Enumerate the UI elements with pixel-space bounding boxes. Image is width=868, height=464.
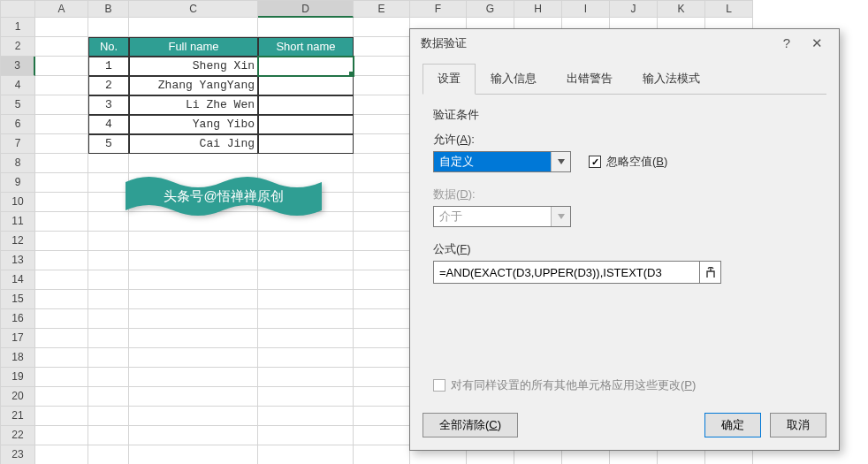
- row-header-7[interactable]: 7: [0, 134, 35, 154]
- cell-C5[interactable]: Li Zhe Wen: [129, 95, 258, 115]
- cell-B1[interactable]: [88, 18, 129, 37]
- cell-E20[interactable]: [354, 387, 410, 407]
- cell-A20[interactable]: [35, 387, 88, 407]
- col-header-J[interactable]: J: [610, 0, 658, 18]
- cell-C18[interactable]: [129, 348, 258, 368]
- cell-A7[interactable]: [35, 134, 88, 154]
- cell-C14[interactable]: [129, 270, 258, 290]
- cell-A21[interactable]: [35, 407, 88, 426]
- cell-C23[interactable]: [129, 445, 258, 464]
- row-header-8[interactable]: 8: [0, 154, 35, 173]
- cell-E12[interactable]: [354, 232, 410, 251]
- cell-A5[interactable]: [35, 95, 88, 115]
- col-header-B[interactable]: B: [88, 0, 129, 18]
- cell-E19[interactable]: [354, 368, 410, 387]
- close-icon[interactable]: ✕: [802, 29, 832, 57]
- cell-C16[interactable]: [129, 309, 258, 329]
- cell-B21[interactable]: [88, 407, 129, 426]
- cell-A6[interactable]: [35, 115, 88, 134]
- formula-input[interactable]: [433, 261, 700, 284]
- cell-E17[interactable]: [354, 329, 410, 348]
- row-header-6[interactable]: 6: [0, 115, 35, 134]
- cell-C8[interactable]: [129, 154, 258, 173]
- help-icon[interactable]: ?: [772, 29, 802, 57]
- cell-B4[interactable]: 2: [88, 76, 129, 95]
- col-header-A[interactable]: A: [35, 0, 88, 18]
- row-header-1[interactable]: 1: [0, 18, 35, 37]
- row-header-22[interactable]: 22: [0, 426, 35, 445]
- cell-A23[interactable]: [35, 445, 88, 464]
- cell-D1[interactable]: [258, 18, 354, 37]
- cell-C7[interactable]: Cai Jing: [129, 134, 258, 154]
- cell-A12[interactable]: [35, 232, 88, 251]
- row-header-18[interactable]: 18: [0, 348, 35, 368]
- cell-D6[interactable]: [258, 115, 354, 134]
- cell-D2[interactable]: Short name: [258, 37, 354, 57]
- row-header-19[interactable]: 19: [0, 368, 35, 387]
- cell-C1[interactable]: [129, 18, 258, 37]
- cell-D13[interactable]: [258, 251, 354, 270]
- cell-D4[interactable]: [258, 76, 354, 95]
- cell-B8[interactable]: [88, 154, 129, 173]
- cell-A3[interactable]: [35, 57, 88, 76]
- cell-A14[interactable]: [35, 270, 88, 290]
- cell-E4[interactable]: [354, 76, 410, 95]
- cell-C6[interactable]: Yang Yibo: [129, 115, 258, 134]
- cell-E7[interactable]: [354, 134, 410, 154]
- tab-input-message[interactable]: 输入信息: [476, 64, 552, 95]
- cell-E23[interactable]: [354, 445, 410, 464]
- row-header-20[interactable]: 20: [0, 387, 35, 407]
- dialog-titlebar[interactable]: 数据验证 ? ✕: [410, 29, 839, 57]
- row-header-10[interactable]: 10: [0, 193, 35, 212]
- cell-B22[interactable]: [88, 426, 129, 445]
- cell-D5[interactable]: [258, 95, 354, 115]
- cell-A8[interactable]: [35, 154, 88, 173]
- row-header-3[interactable]: 3: [0, 57, 35, 76]
- col-header-F[interactable]: F: [410, 0, 467, 18]
- allow-select[interactable]: 自定义: [433, 151, 571, 172]
- cell-C15[interactable]: [129, 290, 258, 309]
- cell-B18[interactable]: [88, 348, 129, 368]
- cell-C19[interactable]: [129, 368, 258, 387]
- tab-error-alert[interactable]: 出错警告: [552, 64, 628, 95]
- cell-B16[interactable]: [88, 309, 129, 329]
- cell-A4[interactable]: [35, 76, 88, 95]
- col-header-C[interactable]: C: [129, 0, 258, 18]
- cell-B2[interactable]: No.: [88, 37, 129, 57]
- row-header-2[interactable]: 2: [0, 37, 35, 57]
- cell-E3[interactable]: [354, 57, 410, 76]
- cell-E8[interactable]: [354, 154, 410, 173]
- cell-D14[interactable]: [258, 270, 354, 290]
- cell-D16[interactable]: [258, 309, 354, 329]
- cell-A18[interactable]: [35, 348, 88, 368]
- cell-C21[interactable]: [129, 407, 258, 426]
- cell-D20[interactable]: [258, 387, 354, 407]
- cell-D8[interactable]: [258, 154, 354, 173]
- cell-E13[interactable]: [354, 251, 410, 270]
- cell-C22[interactable]: [129, 426, 258, 445]
- cell-A9[interactable]: [35, 173, 88, 193]
- row-header-12[interactable]: 12: [0, 232, 35, 251]
- cell-B13[interactable]: [88, 251, 129, 270]
- cell-B3[interactable]: 1: [88, 57, 129, 76]
- cell-C3[interactable]: Sheng Xin: [129, 57, 258, 76]
- col-header-D[interactable]: D: [258, 0, 354, 18]
- cell-E16[interactable]: [354, 309, 410, 329]
- cell-A19[interactable]: [35, 368, 88, 387]
- chevron-down-icon[interactable]: [551, 152, 570, 171]
- cell-B7[interactable]: 5: [88, 134, 129, 154]
- cell-D17[interactable]: [258, 329, 354, 348]
- cell-B19[interactable]: [88, 368, 129, 387]
- cell-C4[interactable]: Zhang YangYang: [129, 76, 258, 95]
- cell-C13[interactable]: [129, 251, 258, 270]
- row-header-21[interactable]: 21: [0, 407, 35, 426]
- select-all-corner[interactable]: [0, 0, 35, 18]
- row-header-9[interactable]: 9: [0, 173, 35, 193]
- cell-B5[interactable]: 3: [88, 95, 129, 115]
- cell-A10[interactable]: [35, 193, 88, 212]
- row-header-14[interactable]: 14: [0, 270, 35, 290]
- col-header-H[interactable]: H: [514, 0, 562, 18]
- tab-ime-mode[interactable]: 输入法模式: [628, 64, 715, 95]
- cell-E22[interactable]: [354, 426, 410, 445]
- cell-C20[interactable]: [129, 387, 258, 407]
